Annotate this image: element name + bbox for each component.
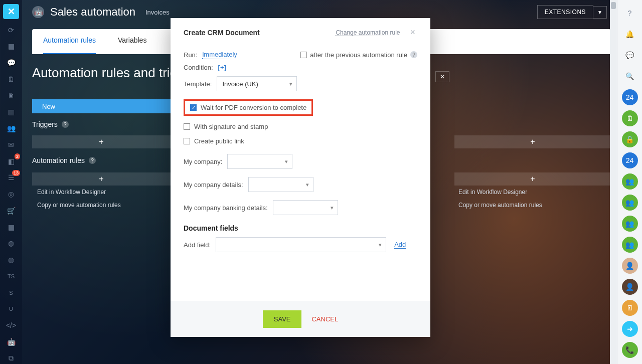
condition-label: Condition: [184,64,213,71]
help-icon[interactable]: ? [410,51,417,58]
run-value-link[interactable]: immediately [202,51,237,59]
rail-icon[interactable]: ◍ [5,254,17,266]
rail-icon[interactable]: ▦ [5,221,17,233]
signature-label: With signature and stamp [194,123,268,130]
help-icon[interactable]: ? [62,121,69,128]
company-details-select[interactable] [248,177,313,192]
help-icon[interactable]: ? [622,5,638,21]
rail-icon[interactable]: ▥ [5,106,17,118]
rail-icon[interactable]: 💬 [5,57,17,69]
calendar-icon[interactable]: 🗓 [622,300,638,316]
extensions-dropdown[interactable]: ▼ [593,6,607,19]
extensions-button[interactable]: EXTENSIONS [537,5,593,19]
rail-icon[interactable]: ◍ [5,238,17,249]
signature-checkbox[interactable] [184,123,190,130]
rail-icon[interactable]: 👥 [5,123,17,134]
page-app-title: Sales automation [50,6,135,19]
group-icon[interactable]: 👥 [622,237,638,253]
add-condition-link[interactable]: [+] [218,64,226,71]
section-automation-rules: Automation rules ? [32,156,96,164]
rail-icon[interactable]: ✉ [5,139,17,151]
chat-icon[interactable]: 💬 [622,47,638,63]
copy-move-link[interactable]: Copy or move automation rules [458,202,542,209]
b24-icon[interactable]: 24 [622,152,638,168]
section-triggers: Triggers ? [32,120,69,128]
rail-icon[interactable]: ◎ [5,189,17,200]
rail-icon[interactable]: 🤖 [5,336,17,348]
wait-pdf-label: Wait for PDF conversion to complete [201,104,306,111]
edit-workflow-link[interactable]: Edit in Workflow Designer [37,189,106,196]
rail-icon[interactable]: 🛒 [5,205,17,217]
b24-icon[interactable]: 24 [622,89,638,105]
rail-icon[interactable]: ⟳ [5,24,17,36]
arrow-icon[interactable]: ➜ [622,321,638,337]
tab-variables[interactable]: Variables [107,29,157,54]
badge: 2 [15,153,20,159]
badge: 13 [12,170,20,176]
template-label: Template: [184,80,212,88]
calendar-icon[interactable]: 🗓 [622,110,638,126]
add-rule-button[interactable]: + [32,172,171,186]
modal-header: Create CRM Document Change automation ru… [171,18,430,43]
create-document-modal: Create CRM Document Change automation ru… [171,18,430,337]
app-icon: 🤖 [32,6,44,18]
add-field-label: Add field: [184,241,211,249]
phone-icon[interactable]: 📞 [622,342,638,358]
help-icon[interactable]: ? [89,157,96,164]
my-company-select[interactable] [227,154,292,169]
rail-item-ts[interactable]: TS [5,271,17,282]
rail-icon[interactable]: ▦ [5,41,17,52]
add-trigger-button[interactable]: + [32,135,171,148]
search-icon[interactable]: 🔍 [622,68,638,84]
banking-details-select[interactable] [273,200,338,215]
run-label: Run: [184,51,197,59]
tab-automation-rules[interactable]: Automation rules [32,29,107,54]
edit-workflow-link[interactable]: Edit in Workflow Designer [458,189,527,196]
public-link-checkbox[interactable] [184,138,190,144]
rail-icon[interactable]: ☰13 [5,172,17,184]
save-button[interactable]: SAVE [263,310,302,328]
group-icon[interactable]: 👥 [622,173,638,190]
rail-icon[interactable]: ⧉ [5,352,17,364]
wait-pdf-checkbox[interactable]: ✓ [190,104,197,111]
bell-icon[interactable]: 🔔 [622,26,638,42]
template-select[interactable]: Invoice (UK) [217,76,297,91]
avatar[interactable]: 👤 [622,258,638,274]
add-rule-button[interactable]: + [454,172,611,186]
add-field-select[interactable] [216,237,386,252]
after-previous-label: after the previous automation rule [310,51,407,59]
close-icon[interactable]: × [408,27,417,38]
group-icon[interactable]: 👥 [622,195,638,211]
rail-icon[interactable]: 🗎 [5,90,17,101]
stage-new[interactable]: New [32,99,171,113]
cancel-button[interactable]: CANCEL [311,315,338,323]
close-icon[interactable]: ✕ [435,71,449,82]
modal-footer: SAVE CANCEL [171,301,430,337]
left-nav-rail: ✕ ⟳ ▦ 💬 🗓 🗎 ▥ 👥 ✉ ◧2 ☰13 ◎ 🛒 ▦ ◍ ◍ TS S … [0,0,22,364]
scrollbar-track[interactable] [610,0,617,364]
copy-move-link[interactable]: Copy or move automation rules [37,202,121,209]
add-field-button[interactable]: Add [394,241,406,249]
group-icon[interactable]: 👥 [622,216,638,232]
close-panel-button[interactable]: ✕ [3,4,19,19]
rail-item-s[interactable]: S [5,287,17,298]
banking-details-label: My company banking details: [184,204,268,212]
public-link-label: Create public link [194,137,244,145]
rail-icon[interactable]: ◧2 [5,155,17,167]
my-company-label: My company: [184,158,222,165]
modal-body: Run: immediately after the previous auto… [171,43,430,262]
scrollbar-thumb[interactable] [611,2,616,9]
breadcrumb[interactable]: Invoices [145,9,170,16]
document-fields-heading: Document fields [184,224,417,232]
modal-title: Create CRM Document [184,29,260,37]
highlighted-option: ✓ Wait for PDF conversion to complete [184,99,313,116]
after-previous-checkbox[interactable] [300,52,307,58]
lock-icon[interactable]: 🔒 [622,131,638,147]
avatar[interactable]: 👤 [622,279,638,295]
change-rule-link[interactable]: Change automation rule [336,29,400,36]
add-trigger-button[interactable]: + [454,135,611,148]
rail-icon[interactable]: 🗓 [5,74,17,85]
rail-item-u[interactable]: U [5,303,17,315]
rail-icon[interactable]: </> [5,320,17,331]
right-rail: ? 🔔 💬 🔍 24 🗓 🔒 24 👥 👥 👥 👥 👤 👤 🗓 ➜ 📞 [617,0,642,364]
